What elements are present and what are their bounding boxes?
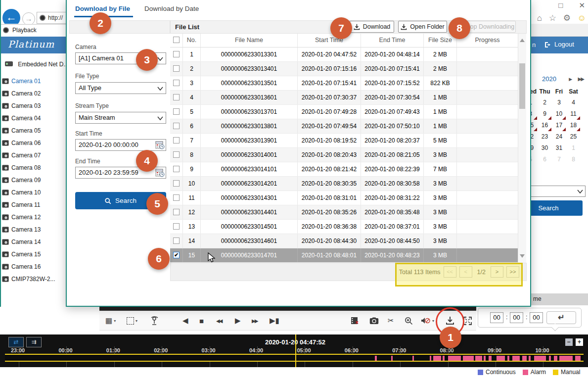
calendar-day[interactable]: 8 (566, 154, 581, 165)
table-row[interactable]: 11000000062330143012020-01-20 08:31:0120… (170, 191, 518, 205)
settings-icon[interactable]: ⚙ (563, 13, 571, 23)
row-checkbox[interactable] (173, 151, 180, 158)
calendar-day[interactable]: 1 (566, 143, 581, 154)
calendar-day[interactable]: 31 (552, 143, 566, 154)
tab-download-by-file[interactable]: Download by File (75, 5, 130, 12)
tab-download-by-date[interactable]: Download by Date (144, 5, 199, 12)
sidebar-camera-item[interactable]: Camera 16 (0, 261, 68, 273)
timeline-zoom-in-button[interactable]: + (576, 338, 583, 346)
fullscreen-icon[interactable] (463, 311, 472, 331)
row-checkbox[interactable] (173, 80, 180, 86)
device-node[interactable]: Embedded Net D... (5, 61, 68, 68)
calendar-picker-icon[interactable] (155, 141, 165, 149)
sidebar-camera-item[interactable]: CMIP7382W-2... (0, 273, 68, 286)
favorites-icon[interactable]: ☆ (549, 13, 556, 23)
table-row[interactable]: 8000000062330140012020-01-20 08:20:43202… (170, 148, 518, 162)
row-checkbox[interactable] (173, 65, 180, 72)
row-checkbox[interactable] (173, 194, 180, 201)
clip-icon[interactable]: ✂ (388, 311, 394, 331)
calendar-day[interactable]: 11 (566, 108, 581, 120)
calendar-day[interactable]: 16 (538, 120, 552, 131)
table-row[interactable]: 5000000062330137012020-01-20 07:49:28202… (170, 105, 518, 119)
home-icon[interactable]: ⌂ (537, 13, 542, 23)
sync-playback-toggle-icon[interactable]: ⇄ (8, 337, 24, 347)
sidebar-camera-item[interactable]: Camera 06 (0, 137, 68, 149)
go-to-time-button[interactable]: ↵ (546, 311, 576, 324)
row-checkbox[interactable] (173, 166, 180, 172)
calendar-next-icon[interactable]: ▶ (569, 77, 573, 82)
row-checkbox[interactable] (173, 223, 180, 230)
sidebar-camera-item[interactable]: Camera 13 (0, 224, 68, 236)
maximize-button[interactable]: □ (558, 1, 563, 9)
calendar-day[interactable]: 7 (552, 154, 566, 165)
sidebar-camera-item[interactable]: Camera 12 (0, 211, 68, 224)
calendar-day[interactable]: 17 (552, 120, 566, 131)
calendar-day[interactable]: 4 (566, 97, 581, 108)
table-row[interactable]: 14000000062330146012020-01-20 08:44:3020… (170, 234, 518, 248)
row-checkbox[interactable] (173, 180, 180, 187)
feedback-smiley-icon[interactable]: ☺ (578, 13, 586, 23)
calendar-day[interactable]: 10 (552, 108, 566, 120)
row-checkbox[interactable] (173, 123, 180, 129)
sidebar-camera-item[interactable]: Camera 07 (0, 149, 68, 162)
scroll-up-icon[interactable] (520, 39, 525, 42)
table-row[interactable]: 3000000062330135012020-01-20 07:15:41202… (170, 76, 518, 91)
row-checkbox[interactable] (173, 108, 180, 115)
row-checkbox[interactable] (173, 137, 180, 143)
scroll-down-icon[interactable] (520, 254, 525, 258)
open-folder-button[interactable]: Open Folder (398, 21, 447, 33)
sidebar-camera-item[interactable]: Camera 14 (0, 236, 68, 248)
stop-all-playback-icon[interactable]: ✕ (351, 311, 360, 331)
sidebar-camera-item[interactable]: Camera 15 (0, 248, 68, 261)
logout-button[interactable]: Logout (544, 41, 574, 48)
calendar-day[interactable]: 9 (538, 108, 552, 120)
table-row[interactable]: 10000000062330142012020-01-20 08:30:3520… (170, 177, 518, 191)
sidebar-camera-item[interactable]: Camera 08 (0, 162, 68, 174)
calendar-picker-icon[interactable] (155, 168, 165, 177)
recording-track[interactable] (5, 354, 584, 362)
sidebar-camera-item[interactable]: Camera 03 (0, 100, 68, 112)
snapshot-icon[interactable] (369, 311, 379, 331)
hour-input[interactable]: 00 (490, 312, 503, 323)
start-time-input[interactable]: 2020-01-20 00:00:00 (75, 139, 166, 151)
scrollbar-thumb[interactable] (519, 63, 525, 109)
stop-icon[interactable]: ■ (199, 311, 204, 331)
calendar-day[interactable]: 3 (552, 97, 566, 108)
browser-tab-playback[interactable]: Playback (0, 24, 68, 37)
table-row[interactable]: 4000000062330136012020-01-20 07:30:37202… (170, 91, 518, 105)
window-division-icon[interactable]: ▦▾ (105, 311, 116, 331)
second-input[interactable]: 00 (530, 312, 543, 323)
row-checkbox[interactable] (173, 209, 180, 215)
reverse-play-icon[interactable]: ◀ (182, 311, 188, 331)
sidebar-camera-item[interactable]: Camera 10 (0, 187, 68, 199)
download-button[interactable]: Download (350, 21, 394, 33)
speed-up-icon[interactable]: ▶▶ (252, 311, 257, 331)
play-icon[interactable]: ▶ (235, 311, 241, 331)
row-checkbox[interactable] (173, 94, 180, 100)
row-checkbox[interactable]: ✔ (173, 252, 180, 258)
stream-type-select[interactable]: Main Stream (75, 112, 166, 124)
file-type-select[interactable]: All Type (75, 82, 166, 94)
transcoding-playback-icon[interactable] (150, 311, 159, 331)
stop-downloading-button[interactable]: Stop Downloading (463, 21, 516, 33)
table-row[interactable]: 7000000062330139012020-01-20 08:19:52202… (170, 134, 518, 148)
calendar-day[interactable]: 18 (566, 120, 581, 131)
close-button[interactable]: ✕ (579, 1, 585, 9)
table-row[interactable]: ✔15000000062330147012020-01-20 08:48:012… (170, 248, 518, 263)
sidebar-camera-item[interactable]: Camera 09 (0, 174, 68, 187)
table-row[interactable]: 2000000062330134012020-01-20 07:15:16202… (170, 62, 518, 76)
calendar-day[interactable]: 6 (538, 154, 552, 165)
calendar-day[interactable]: 25 (566, 131, 581, 143)
async-playback-toggle-icon[interactable]: ⇉ (26, 337, 42, 347)
row-checkbox[interactable] (173, 238, 180, 244)
playhead-marker[interactable] (295, 334, 296, 367)
row-checkbox[interactable] (173, 51, 180, 57)
sidebar-camera-item[interactable]: Camera 11 (0, 199, 68, 211)
calendar-day[interactable]: 2 (538, 97, 552, 108)
table-row[interactable]: 1000000062330133012020-01-20 04:47:52202… (170, 48, 518, 62)
sidebar-camera-item[interactable]: Camera 04 (0, 112, 68, 125)
table-row[interactable]: 6000000062330138012020-01-20 07:49:54202… (170, 119, 518, 134)
table-row[interactable]: 12000000062330144012020-01-20 08:35:2620… (170, 205, 518, 220)
clear-selection-icon[interactable]: ▾ (127, 311, 137, 331)
slow-down-icon[interactable]: ◀◀ (216, 311, 222, 331)
